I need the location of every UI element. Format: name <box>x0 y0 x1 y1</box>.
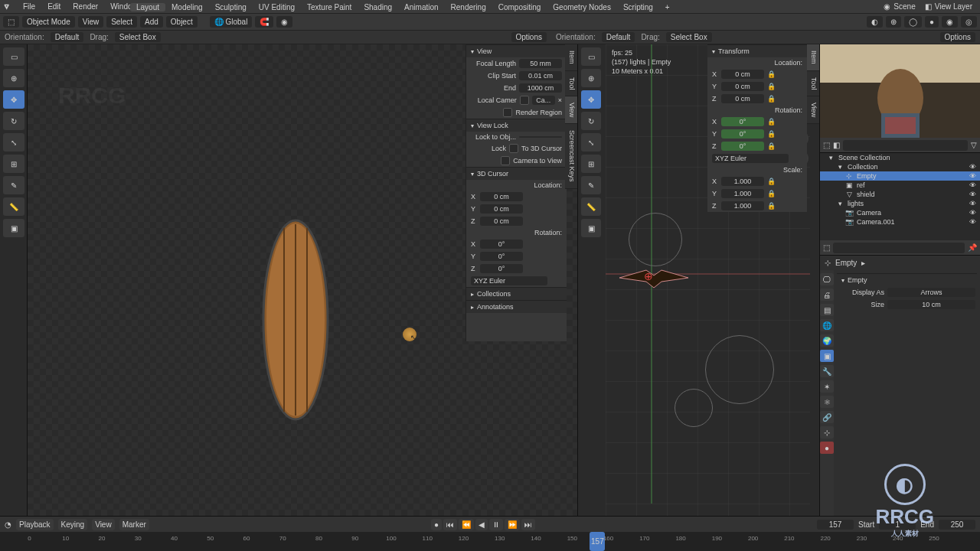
ptab-modifier-icon[interactable]: 🔧 <box>820 365 834 377</box>
tab-compositing[interactable]: Compositing <box>492 3 547 11</box>
drag-selectbox[interactable]: Select Box <box>115 32 161 42</box>
outliner-row[interactable]: 📷Camera.001👁 <box>820 217 980 227</box>
current-frame-input[interactable]: 157 <box>817 520 854 530</box>
outliner-search-input[interactable] <box>843 140 968 151</box>
tab-texture[interactable]: Texture Paint <box>301 3 358 11</box>
jump-end-icon[interactable]: ⏭ <box>521 519 535 530</box>
header-select[interactable]: Select <box>106 16 137 28</box>
tool2-annotate[interactable]: ✎ <box>581 176 601 194</box>
timeline-track[interactable]: 157 010203040506070809010011012013014015… <box>0 532 980 551</box>
gizmo-toggle-icon[interactable]: ⊕ <box>886 16 901 28</box>
timeline-editor-icon[interactable]: ◔ <box>5 520 11 529</box>
keying-dropdown[interactable]: Keying <box>58 519 88 530</box>
scl-y-input[interactable]: 1.000 <box>721 189 764 198</box>
cursor-rotmode-dropdown[interactable]: XYZ Euler <box>471 276 547 285</box>
tool2-select[interactable]: ▭ <box>581 47 601 66</box>
ptab-particles-icon[interactable]: ✶ <box>820 380 834 393</box>
ptab-constraints-icon[interactable]: 🔗 <box>820 411 834 423</box>
breadcrumb-item[interactable]: Empty <box>835 259 857 267</box>
outliner-row[interactable]: ▾lights👁 <box>820 199 980 208</box>
visibility-icon[interactable]: 👁 <box>968 218 977 226</box>
shield-object[interactable] <box>250 213 341 427</box>
eagle-object[interactable] <box>619 266 688 289</box>
visibility-icon[interactable]: 👁 <box>968 209 977 217</box>
shading-solid-icon[interactable]: ● <box>925 16 939 28</box>
lock-icon[interactable]: 🔒 <box>767 95 776 103</box>
outliner-row[interactable]: ▣ref👁 <box>820 181 980 190</box>
tool-select-box[interactable]: ▭ <box>3 47 24 66</box>
jump-start-icon[interactable]: ⏮ <box>443 519 457 530</box>
props-editor-icon[interactable]: ⬚ <box>823 243 830 252</box>
to-3dcursor-toggle[interactable] <box>509 144 518 153</box>
header-add[interactable]: Add <box>140 16 163 28</box>
proportional-icon[interactable]: ◉ <box>276 16 292 28</box>
pin-icon[interactable]: 📌 <box>968 243 977 252</box>
play-rev-icon[interactable]: ◀ <box>475 519 488 530</box>
lock-icon[interactable]: 🔒 <box>767 70 776 78</box>
visibility-icon[interactable]: 👁 <box>968 200 977 207</box>
outliner-row[interactable]: ▾Scene Collection <box>820 153 980 162</box>
pause-icon[interactable]: ⏸ <box>489 519 503 530</box>
outliner-row[interactable]: ▽shield👁 <box>820 190 980 199</box>
scl-x-input[interactable]: 1.000 <box>721 177 764 186</box>
tool2-add[interactable]: ▣ <box>581 219 601 237</box>
n-tab-tool[interactable]: Tool <box>565 71 577 97</box>
transform-header[interactable]: ▾Transform <box>707 44 807 57</box>
timeline-marker[interactable]: Marker <box>119 519 149 530</box>
camera-to-view-toggle[interactable] <box>501 156 510 165</box>
drag-selectbox-2[interactable]: Select Box <box>666 32 712 42</box>
options-dropdown[interactable]: Options <box>511 32 547 42</box>
props-search-input[interactable] <box>833 243 965 253</box>
shading-render-icon[interactable]: ◎ <box>961 16 977 28</box>
clipstart-input[interactable]: 0.01 cm <box>519 71 562 80</box>
tab-scripting[interactable]: Scripting <box>617 3 659 11</box>
visibility-icon[interactable]: 👁 <box>968 172 977 180</box>
shading-material-icon[interactable]: ◉ <box>942 16 958 28</box>
local-camera-value[interactable]: Ca... <box>532 96 555 105</box>
collections-header[interactable]: ▸Collections <box>466 287 567 300</box>
ptab-data-icon[interactable]: ⊹ <box>820 426 834 439</box>
rot-z-input[interactable]: 0° <box>721 142 764 151</box>
editor-type-icon[interactable]: ⬚ <box>3 16 19 28</box>
tool-annotate[interactable]: ✎ <box>3 176 24 194</box>
visibility-icon[interactable]: 👁 <box>968 191 977 198</box>
tool-rotate[interactable]: ↻ <box>3 112 24 130</box>
cursor-ry-input[interactable]: 0° <box>480 252 523 261</box>
viewport-main[interactable]: RRCG ↖ Z X Y 🔍 ✋ 📷 ▦ ▾View Focal Length5… <box>28 44 577 516</box>
cursor-z-input[interactable]: 0 cm <box>480 217 523 226</box>
tab-uv[interactable]: UV Editing <box>253 3 301 11</box>
tab-layout[interactable]: Layout <box>130 3 165 11</box>
size-input[interactable]: 10 cm <box>887 300 975 309</box>
cursor-x-input[interactable]: 0 cm <box>480 192 523 201</box>
n2-tab-view[interactable]: View <box>807 96 819 124</box>
n-tab-screencast[interactable]: Screencast Keys <box>565 124 577 189</box>
menu-edit[interactable]: Edit <box>41 2 67 11</box>
tab-sculpting[interactable]: Sculpting <box>209 3 253 11</box>
snap-icon[interactable]: 🧲 <box>255 16 273 28</box>
outliner-row[interactable]: ⊹Empty👁 <box>820 171 980 181</box>
n-tab-item[interactable]: Item <box>565 44 577 71</box>
orient-default-2[interactable]: Default <box>602 32 635 42</box>
empty-panel-header[interactable]: ▾Empty <box>837 273 977 286</box>
focal-length-input[interactable]: 50 mm <box>519 59 562 68</box>
n2-tab-tool[interactable]: Tool <box>807 71 819 97</box>
tool-move[interactable]: ✥ <box>3 90 24 109</box>
display-as-dropdown[interactable]: Arrows <box>887 288 975 297</box>
outliner-display-icon[interactable]: ◧ <box>833 141 840 149</box>
scene-circle-2[interactable] <box>705 335 774 404</box>
tab-geonodes[interactable]: Geometry Nodes <box>547 3 617 11</box>
lock-icon[interactable]: 🔒 <box>767 178 776 185</box>
tool2-measure[interactable]: 📏 <box>581 197 601 216</box>
loc-y-input[interactable]: 0 cm <box>721 82 764 91</box>
n-tab-view[interactable]: View <box>565 96 577 124</box>
local-camera-toggle[interactable] <box>520 96 529 105</box>
viewlock-header[interactable]: ▾View Lock <box>466 119 567 132</box>
ptab-physics-icon[interactable]: ⚛ <box>820 396 834 408</box>
orient-default[interactable]: Default <box>51 32 84 42</box>
lock-icon[interactable]: 🔒 <box>767 190 776 197</box>
ptab-object-icon[interactable]: ▣ <box>820 350 834 362</box>
outliner-scene-icon[interactable]: ⬚ <box>823 141 830 149</box>
options-dropdown-2[interactable]: Options <box>940 32 975 42</box>
tool-transform[interactable]: ⊞ <box>3 155 24 173</box>
cursor-rz-input[interactable]: 0° <box>480 264 523 273</box>
